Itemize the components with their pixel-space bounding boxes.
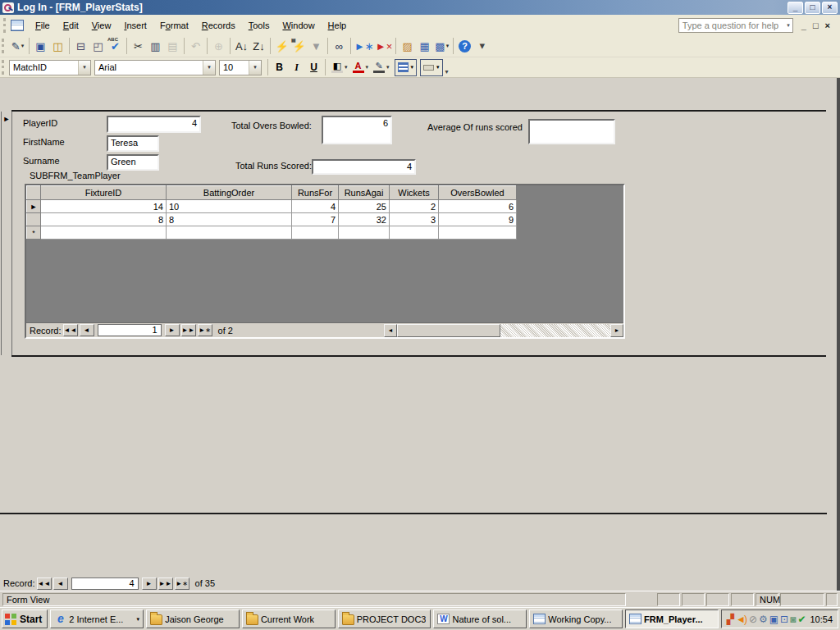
scroll-right-icon[interactable]: ► xyxy=(610,324,623,337)
cell-runsfor[interactable] xyxy=(292,226,339,240)
toolbar-options-button[interactable]: ▾ xyxy=(473,36,491,54)
copy-button[interactable]: ▥ xyxy=(147,37,164,55)
column-header-battingorder[interactable]: BattingOrder xyxy=(167,186,292,200)
column-header-runsfor[interactable]: RunsFor xyxy=(292,186,339,200)
cell-fixtureid[interactable]: 8 xyxy=(41,213,167,226)
last-record-button[interactable]: ►► xyxy=(158,578,173,590)
child-restore-button[interactable]: □ xyxy=(813,21,819,30)
column-header-runsagainst[interactable]: RunsAgai xyxy=(339,186,390,200)
form-document-icon[interactable] xyxy=(11,20,24,31)
scroll-left-icon[interactable]: ◄ xyxy=(384,324,397,337)
font-color-button[interactable]: A ▾ xyxy=(351,59,371,76)
surname-field[interactable]: Green xyxy=(107,154,159,171)
cell-fixtureid[interactable]: 14 xyxy=(41,200,167,213)
last-record-button[interactable]: ►► xyxy=(181,324,196,336)
cell-runsagainst[interactable]: 25 xyxy=(339,200,390,213)
start-button[interactable]: Start xyxy=(2,609,48,628)
previous-record-button[interactable]: ◄ xyxy=(53,578,68,590)
database-window-button[interactable]: ▦ xyxy=(416,37,433,55)
menu-item-view[interactable]: View xyxy=(85,18,118,33)
chevron-down-icon[interactable]: ▾ xyxy=(78,61,90,75)
new-record-marker-icon[interactable]: * xyxy=(27,226,41,240)
spelling-button[interactable]: ABC✔ xyxy=(107,37,124,55)
menu-item-records[interactable]: Records xyxy=(195,18,242,33)
print-preview-button[interactable]: ◰ xyxy=(89,37,107,55)
first-name-field[interactable]: Teresa xyxy=(107,135,159,152)
help-button[interactable]: ? xyxy=(456,37,473,55)
cell-fixtureid[interactable] xyxy=(41,226,167,240)
menu-item-tools[interactable]: Tools xyxy=(242,18,276,33)
gridlines-button[interactable]: ▾ xyxy=(395,59,418,76)
cell-runsagainst[interactable] xyxy=(339,226,390,240)
find-button[interactable]: ∞ xyxy=(331,37,348,55)
filter-by-selection-button[interactable]: ⚡ xyxy=(273,37,290,55)
font-size-combo[interactable]: 10 ▾ xyxy=(219,60,262,75)
volume-tray-icon[interactable]: ◄) xyxy=(736,614,746,624)
first-record-button[interactable]: ◄◄ xyxy=(37,578,52,590)
record-selector-bar[interactable]: ► xyxy=(1,112,12,355)
sort-ascending-button[interactable]: A↓ xyxy=(233,37,250,55)
task-current-work[interactable]: Current Work xyxy=(242,609,336,628)
fill-color-button[interactable]: ◧ ▾ xyxy=(330,59,349,76)
cut-button[interactable]: ✂ xyxy=(130,37,147,55)
cell-oversbowled[interactable] xyxy=(439,226,517,240)
first-record-button[interactable]: ◄◄ xyxy=(63,324,78,336)
cell-runsfor[interactable]: 7 xyxy=(292,213,339,226)
column-header-oversbowled[interactable]: OversBowled xyxy=(439,186,517,200)
italic-button[interactable]: I xyxy=(288,59,305,76)
child-close-button[interactable]: × xyxy=(825,21,830,30)
chevron-down-icon[interactable]: ▾ xyxy=(249,61,261,75)
menu-item-file[interactable]: File xyxy=(29,18,57,33)
menu-item-help[interactable]: Help xyxy=(322,18,354,33)
cell-oversbowled[interactable]: 9 xyxy=(439,213,517,226)
toolbar-options-chevron[interactable]: ▾ xyxy=(443,68,451,75)
file-search-button[interactable]: ◫ xyxy=(49,37,66,55)
delete-record-button[interactable]: ►× xyxy=(375,37,393,55)
chevron-down-icon[interactable]: ▾ xyxy=(386,64,390,71)
menu-item-insert[interactable]: Insert xyxy=(117,18,153,33)
task-working-copy[interactable]: Working Copy... xyxy=(529,609,623,628)
next-record-button[interactable]: ► xyxy=(142,578,157,590)
chevron-down-icon[interactable]: ▾ xyxy=(137,616,140,623)
new-record-button[interactable]: ►∗ xyxy=(354,37,375,55)
subform-horizontal-scrollbar[interactable]: ◄ ► xyxy=(384,324,623,337)
task-project-doc3[interactable]: PROJECT DOC3 xyxy=(338,609,431,628)
minimize-button[interactable]: _ xyxy=(788,2,803,14)
column-header-fixtureid[interactable]: FixtureID xyxy=(41,186,167,200)
field-selector-combo[interactable]: MatchID ▾ xyxy=(9,60,91,75)
column-header-wickets[interactable]: Wickets xyxy=(390,186,439,200)
toolbar-grip[interactable] xyxy=(2,39,6,53)
restore-button[interactable]: □ xyxy=(805,2,820,14)
player-id-field[interactable]: 4 xyxy=(107,116,201,133)
scrollbar-thumb[interactable] xyxy=(397,324,500,337)
cell-wickets[interactable] xyxy=(390,226,439,240)
previous-record-button[interactable]: ◄ xyxy=(80,324,94,336)
chevron-down-icon[interactable]: ▾ xyxy=(203,61,215,75)
task-nature-of-sol[interactable]: Nature of sol... xyxy=(433,609,527,628)
new-object-button[interactable]: ▩▾ xyxy=(433,37,450,55)
record-number-box[interactable]: 1 xyxy=(98,324,162,336)
shield-tray-icon[interactable]: ▣ xyxy=(769,614,777,624)
chevron-down-icon[interactable]: ▾ xyxy=(21,43,25,49)
child-minimize-button[interactable]: _ xyxy=(801,21,806,30)
chevron-down-icon[interactable]: ▾ xyxy=(446,43,450,49)
menu-item-format[interactable]: Format xyxy=(153,18,195,33)
scrollbar-track[interactable] xyxy=(500,324,610,337)
office-tray-icon[interactable]: ▞ xyxy=(727,614,733,624)
cell-battingorder[interactable] xyxy=(167,226,292,240)
antivirus-tray-icon[interactable]: ✔ xyxy=(797,614,804,624)
chevron-down-icon[interactable]: ▾ xyxy=(411,64,414,71)
special-effect-button[interactable]: ▾ xyxy=(420,59,443,76)
cell-battingorder[interactable]: 8 xyxy=(167,213,292,226)
record-number-box[interactable]: 4 xyxy=(71,578,139,590)
properties-button[interactable]: ▨ xyxy=(399,37,416,55)
task-internet-explorer[interactable]: 2 Internet E...▾ xyxy=(50,609,144,628)
bold-button[interactable]: B xyxy=(271,59,288,76)
menu-item-edit[interactable]: Edit xyxy=(57,18,85,33)
total-overs-field[interactable]: 6 xyxy=(322,116,392,144)
cell-battingorder[interactable]: 10 xyxy=(167,200,292,213)
font-name-combo[interactable]: Arial ▾ xyxy=(94,60,216,75)
row-selector[interactable]: ► xyxy=(27,200,41,213)
cell-oversbowled[interactable]: 6 xyxy=(439,200,517,213)
menu-item-window[interactable]: Window xyxy=(276,18,321,33)
